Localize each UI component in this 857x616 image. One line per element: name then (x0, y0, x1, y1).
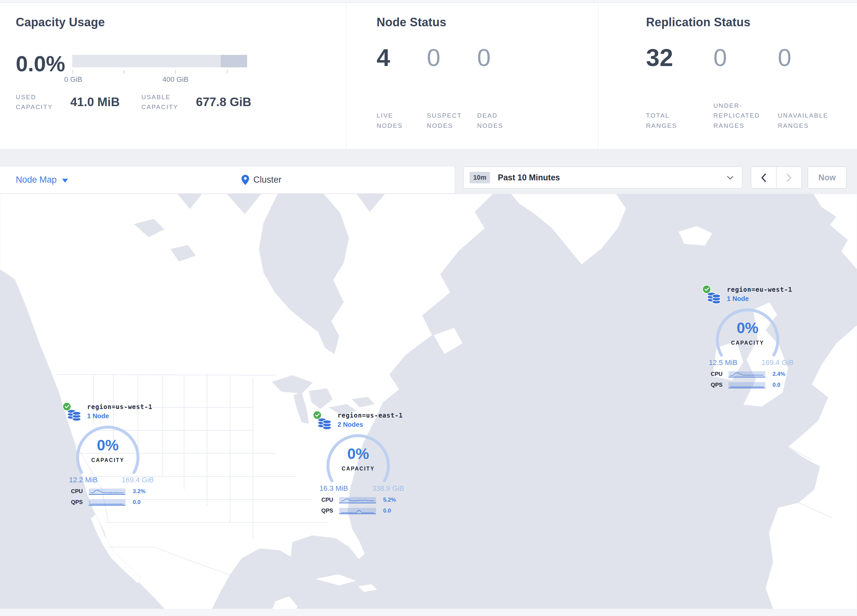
healthy-check-icon (313, 411, 322, 420)
capacity-word: CAPACITY (712, 340, 784, 346)
usable-capacity-label: USABLE CAPACITY (141, 92, 191, 112)
breadcrumb-cluster-label: Cluster (253, 175, 282, 185)
replication-status-panel: Replication Status 32 0 0 TOTAL RANGES U… (598, 3, 857, 149)
chevron-left-icon (761, 173, 766, 182)
view-mode-dropdown[interactable]: Node Map (16, 175, 68, 185)
map-pin-icon (241, 175, 249, 185)
time-step-forward-button[interactable] (777, 167, 802, 188)
live-nodes-label: LIVE NODES (377, 111, 417, 131)
capacity-tick (124, 70, 124, 74)
total-ranges-count: 32 (646, 46, 713, 70)
view-selector-card: Node Map Cluster (0, 166, 455, 194)
region-usable-capacity: 169.4 GiB (761, 358, 794, 367)
qps-sparkline (729, 382, 765, 388)
region-marker-us-west-1[interactable]: region=us-west-1 1 Node 0% CAPACITY 12.2… (62, 401, 154, 509)
qps-value: 0.0 (383, 508, 391, 514)
region-label: region=us-west-1 (87, 403, 153, 410)
suspect-nodes-count: 0 (427, 46, 477, 70)
region-usable-capacity: 169.4 GiB (122, 476, 154, 484)
map-toolbar: Node Map Cluster 10m Past 10 Minutes (0, 150, 857, 194)
page-top-strip (0, 0, 857, 3)
node-status-panel: Node Status 4 0 0 LIVE NODES SUSPECT NOD… (346, 3, 598, 149)
chevron-right-icon (786, 173, 792, 182)
region-usable-capacity: 338.9 GiB (372, 484, 404, 493)
unavailable-ranges-count: 0 (778, 46, 845, 70)
under-replicated-ranges-label: UNDER-REPLICATED RANGES (713, 101, 773, 131)
qps-value: 0.0 (133, 499, 141, 506)
qps-sparkline (339, 508, 376, 514)
capacity-usage-panel: Capacity Usage 0.0% 0 GiB 400 GiB USED C… (0, 3, 346, 149)
cockroachdb-overview-page: Capacity Usage 0.0% 0 GiB 400 GiB USED C… (0, 0, 857, 616)
capacity-word: CAPACITY (322, 466, 394, 472)
chevron-down-icon (727, 176, 733, 180)
usable-capacity-stat: USABLE CAPACITY 677.8 GiB (141, 92, 251, 112)
now-button[interactable]: Now (808, 167, 846, 188)
cpu-label: CPU (711, 371, 725, 377)
capacity-tick (227, 70, 227, 74)
used-capacity-label: USED CAPACITY (16, 92, 66, 112)
region-marker-eu-west-1[interactable]: region=eu-west-1 1 Node 0% CAPACITY 12.5… (702, 284, 794, 392)
region-node-count: 1 Node (727, 295, 792, 303)
region-used-capacity: 12.2 MiB (69, 476, 97, 484)
breadcrumb[interactable]: Cluster (241, 175, 282, 185)
qps-value: 0.0 (773, 382, 780, 388)
time-range-dropdown[interactable]: 10m Past 10 Minutes (463, 167, 742, 188)
under-replicated-ranges-count: 0 (713, 46, 778, 70)
capacity-gauge: 0% CAPACITY (72, 425, 144, 474)
time-step-back-button[interactable] (751, 167, 777, 188)
region-capacity-percent: 0% (322, 445, 394, 463)
cpu-value: 3.2% (133, 488, 145, 495)
time-range-badge: 10m (470, 172, 490, 183)
capacity-tick-label-0: 0 GiB (64, 75, 82, 84)
qps-label: QPS (321, 508, 336, 514)
qps-sparkline (89, 499, 125, 506)
region-capacity-percent: 0% (712, 319, 784, 337)
used-capacity-value: 41.0 MiB (70, 95, 120, 109)
capacity-tick-label-400: 400 GiB (162, 75, 189, 84)
time-step-buttons (751, 167, 802, 188)
region-label: region=eu-west-1 (727, 286, 792, 293)
region-node-count: 2 Nodes (337, 421, 403, 428)
node-status-title: Node Status (377, 15, 598, 29)
capacity-gauge: 0% CAPACITY (712, 307, 784, 357)
region-capacity-percent: 0% (72, 436, 144, 454)
capacity-tick (72, 70, 73, 74)
cpu-sparkline (729, 371, 765, 377)
dead-nodes-count: 0 (477, 46, 528, 70)
total-ranges-label: TOTAL RANGES (646, 111, 685, 131)
cpu-value: 2.4% (773, 371, 785, 377)
usable-capacity-value: 677.8 GiB (196, 95, 251, 109)
qps-label: QPS (711, 382, 725, 388)
time-range-label: Past 10 Minutes (498, 173, 560, 182)
qps-label: QPS (71, 499, 85, 506)
node-map[interactable]: region=us-west-1 1 Node 0% CAPACITY 12.2… (0, 194, 857, 616)
map-footer-strip (0, 609, 857, 616)
region-used-capacity: 16.3 MiB (319, 484, 348, 493)
caret-down-icon (62, 179, 68, 183)
cpu-sparkline (339, 497, 376, 503)
cpu-sparkline (89, 488, 125, 495)
cpu-value: 5.2% (383, 497, 396, 503)
healthy-check-icon (62, 402, 71, 411)
region-node-count: 1 Node (87, 412, 153, 420)
capacity-gauge: 0% CAPACITY (322, 433, 394, 482)
view-mode-label: Node Map (16, 175, 57, 185)
unavailable-ranges-label: UNAVAILABLE RANGES (778, 111, 839, 131)
capacity-tick (175, 70, 176, 74)
capacity-bar-track (72, 55, 247, 67)
capacity-bar: 0 GiB 400 GiB (72, 55, 247, 67)
healthy-check-icon (702, 285, 711, 294)
cpu-label: CPU (321, 497, 336, 503)
used-capacity-stat: USED CAPACITY 41.0 MiB (16, 92, 120, 112)
region-used-capacity: 12.5 MiB (709, 358, 737, 367)
cluster-summary-bar: Capacity Usage 0.0% 0 GiB 400 GiB USED C… (0, 3, 857, 150)
region-label: region=us-east-1 (337, 412, 403, 419)
replication-status-title: Replication Status (646, 15, 857, 29)
region-marker-us-east-1[interactable]: region=us-east-1 2 Nodes 0% CAPACITY 16.… (312, 410, 404, 518)
cpu-label: CPU (71, 488, 85, 495)
capacity-usage-title: Capacity Usage (16, 15, 346, 29)
live-nodes-count: 4 (377, 46, 427, 70)
dead-nodes-label: DEAD NODES (477, 111, 517, 131)
suspect-nodes-label: SUSPECT NODES (427, 111, 467, 131)
capacity-word: CAPACITY (72, 457, 144, 463)
